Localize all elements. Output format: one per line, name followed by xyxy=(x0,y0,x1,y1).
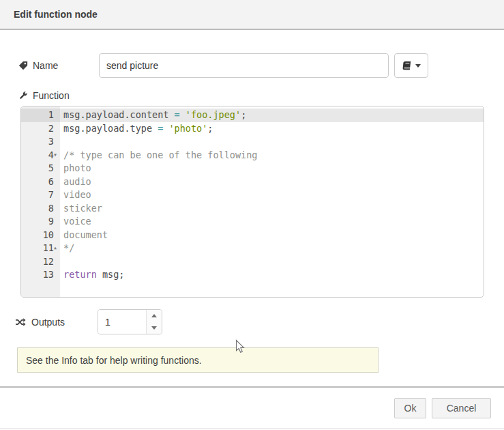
library-dropdown-button[interactable] xyxy=(394,53,428,78)
outputs-label-text: Outputs xyxy=(31,317,65,328)
line-number: 9 xyxy=(21,215,60,229)
line-number: 13 xyxy=(21,268,60,282)
shuffle-icon xyxy=(15,317,27,327)
code-line: photo xyxy=(60,162,484,175)
line-number: 12 xyxy=(21,255,60,269)
cancel-button[interactable]: Cancel xyxy=(432,398,491,418)
line-number: 2 xyxy=(21,122,60,136)
fold-down-icon[interactable]: ▾ xyxy=(53,148,60,162)
spinner-up-button[interactable] xyxy=(147,310,162,322)
outputs-label: Outputs xyxy=(15,309,65,334)
arrow-up-icon xyxy=(151,314,157,317)
book-icon xyxy=(402,61,412,70)
code-line: sticker xyxy=(60,202,484,216)
code-line: document xyxy=(60,229,484,242)
line-number: 3 xyxy=(21,135,60,149)
function-label-text: Function xyxy=(33,90,70,101)
dialog-title: Edit function node xyxy=(14,9,98,20)
name-label: Name xyxy=(18,53,58,78)
line-number: 5 xyxy=(21,162,60,175)
outputs-input[interactable] xyxy=(98,310,146,334)
code-line: voice xyxy=(60,215,484,229)
editor-gutter-rows: 1234▾567891011▴1213 xyxy=(21,106,60,297)
arrow-down-icon xyxy=(151,326,157,330)
line-number: 11▴ xyxy=(21,242,60,255)
tag-icon xyxy=(18,61,28,70)
line-number: 7 xyxy=(21,188,60,202)
code-line: video xyxy=(60,188,484,202)
ok-button[interactable]: Ok xyxy=(394,398,426,418)
function-label: Function xyxy=(18,89,70,102)
fold-up-icon[interactable]: ▴ xyxy=(53,241,60,255)
line-number: 4▾ xyxy=(21,149,60,162)
editor-code-rows: msg.payload.content = 'foo.jpeg';msg.pay… xyxy=(60,106,484,297)
name-label-text: Name xyxy=(33,60,58,71)
spinner-buttons xyxy=(146,310,162,334)
footer-divider xyxy=(0,386,504,388)
info-tip-text: See the Info tab for help writing functi… xyxy=(26,355,202,366)
function-code-editor[interactable]: 1234▾567891011▴1213 msg.payload.content … xyxy=(20,106,484,298)
code-line: /* type can be one of the following xyxy=(60,149,484,162)
code-line xyxy=(60,255,484,269)
outputs-spinner xyxy=(98,309,162,334)
info-tip: See the Info tab for help writing functi… xyxy=(17,347,379,373)
code-line: return msg; xyxy=(60,268,484,282)
code-line: msg.payload.content = 'foo.jpeg'; xyxy=(60,109,484,122)
spinner-down-button[interactable] xyxy=(147,322,162,334)
edit-function-dialog: Edit function node Name Function xyxy=(0,0,504,430)
code-line: */ xyxy=(60,242,484,255)
bottom-border xyxy=(0,428,504,429)
code-line: audio xyxy=(60,175,484,189)
code-line: msg.payload.type = 'photo'; xyxy=(60,122,484,136)
line-number: 1 xyxy=(21,109,60,122)
line-number: 10 xyxy=(21,229,60,242)
name-input[interactable] xyxy=(99,53,389,78)
line-number: 8 xyxy=(21,202,60,216)
dialog-header: Edit function node xyxy=(0,0,504,30)
wrench-icon xyxy=(18,91,28,100)
code-line xyxy=(60,135,484,149)
caret-down-icon xyxy=(415,64,421,68)
line-number: 6 xyxy=(21,175,60,189)
